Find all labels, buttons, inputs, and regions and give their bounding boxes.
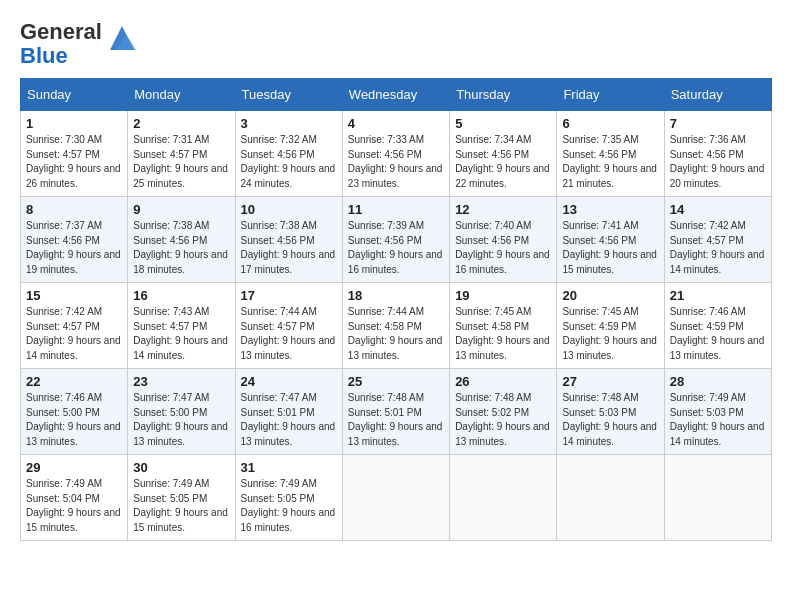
day-number: 24 [241, 374, 337, 389]
day-info: Sunrise: 7:33 AMSunset: 4:56 PMDaylight:… [348, 133, 444, 191]
calendar-cell: 18Sunrise: 7:44 AMSunset: 4:58 PMDayligh… [342, 283, 449, 369]
calendar-cell: 19Sunrise: 7:45 AMSunset: 4:58 PMDayligh… [450, 283, 557, 369]
day-info: Sunrise: 7:42 AMSunset: 4:57 PMDaylight:… [670, 219, 766, 277]
col-header-friday: Friday [557, 79, 664, 111]
day-number: 28 [670, 374, 766, 389]
day-number: 27 [562, 374, 658, 389]
day-number: 15 [26, 288, 122, 303]
day-info: Sunrise: 7:43 AMSunset: 4:57 PMDaylight:… [133, 305, 229, 363]
calendar-cell: 26Sunrise: 7:48 AMSunset: 5:02 PMDayligh… [450, 369, 557, 455]
calendar-cell: 31Sunrise: 7:49 AMSunset: 5:05 PMDayligh… [235, 455, 342, 541]
day-info: Sunrise: 7:49 AMSunset: 5:04 PMDaylight:… [26, 477, 122, 535]
logo-icon [106, 22, 138, 54]
calendar-cell: 28Sunrise: 7:49 AMSunset: 5:03 PMDayligh… [664, 369, 771, 455]
calendar-cell: 14Sunrise: 7:42 AMSunset: 4:57 PMDayligh… [664, 197, 771, 283]
calendar-cell: 3Sunrise: 7:32 AMSunset: 4:56 PMDaylight… [235, 111, 342, 197]
day-info: Sunrise: 7:39 AMSunset: 4:56 PMDaylight:… [348, 219, 444, 277]
day-number: 7 [670, 116, 766, 131]
calendar-cell: 25Sunrise: 7:48 AMSunset: 5:01 PMDayligh… [342, 369, 449, 455]
day-number: 21 [670, 288, 766, 303]
day-info: Sunrise: 7:40 AMSunset: 4:56 PMDaylight:… [455, 219, 551, 277]
day-number: 16 [133, 288, 229, 303]
day-info: Sunrise: 7:32 AMSunset: 4:56 PMDaylight:… [241, 133, 337, 191]
calendar-cell [342, 455, 449, 541]
calendar-week-row: 8Sunrise: 7:37 AMSunset: 4:56 PMDaylight… [21, 197, 772, 283]
day-number: 11 [348, 202, 444, 217]
day-info: Sunrise: 7:41 AMSunset: 4:56 PMDaylight:… [562, 219, 658, 277]
day-info: Sunrise: 7:46 AMSunset: 5:00 PMDaylight:… [26, 391, 122, 449]
calendar-cell: 6Sunrise: 7:35 AMSunset: 4:56 PMDaylight… [557, 111, 664, 197]
logo: General Blue [20, 20, 138, 68]
calendar-cell: 30Sunrise: 7:49 AMSunset: 5:05 PMDayligh… [128, 455, 235, 541]
calendar-cell: 12Sunrise: 7:40 AMSunset: 4:56 PMDayligh… [450, 197, 557, 283]
calendar-cell: 1Sunrise: 7:30 AMSunset: 4:57 PMDaylight… [21, 111, 128, 197]
day-info: Sunrise: 7:49 AMSunset: 5:05 PMDaylight:… [133, 477, 229, 535]
day-number: 10 [241, 202, 337, 217]
day-number: 30 [133, 460, 229, 475]
calendar-cell: 27Sunrise: 7:48 AMSunset: 5:03 PMDayligh… [557, 369, 664, 455]
day-info: Sunrise: 7:45 AMSunset: 4:58 PMDaylight:… [455, 305, 551, 363]
calendar-cell: 29Sunrise: 7:49 AMSunset: 5:04 PMDayligh… [21, 455, 128, 541]
logo-general: General [20, 19, 102, 44]
day-number: 14 [670, 202, 766, 217]
day-info: Sunrise: 7:34 AMSunset: 4:56 PMDaylight:… [455, 133, 551, 191]
calendar-cell: 4Sunrise: 7:33 AMSunset: 4:56 PMDaylight… [342, 111, 449, 197]
calendar-cell: 5Sunrise: 7:34 AMSunset: 4:56 PMDaylight… [450, 111, 557, 197]
calendar-cell: 22Sunrise: 7:46 AMSunset: 5:00 PMDayligh… [21, 369, 128, 455]
day-info: Sunrise: 7:47 AMSunset: 5:00 PMDaylight:… [133, 391, 229, 449]
calendar-week-row: 29Sunrise: 7:49 AMSunset: 5:04 PMDayligh… [21, 455, 772, 541]
day-info: Sunrise: 7:36 AMSunset: 4:56 PMDaylight:… [670, 133, 766, 191]
day-info: Sunrise: 7:30 AMSunset: 4:57 PMDaylight:… [26, 133, 122, 191]
col-header-sunday: Sunday [21, 79, 128, 111]
col-header-thursday: Thursday [450, 79, 557, 111]
logo-blue: Blue [20, 43, 68, 68]
calendar-cell [664, 455, 771, 541]
day-info: Sunrise: 7:38 AMSunset: 4:56 PMDaylight:… [133, 219, 229, 277]
calendar-cell: 10Sunrise: 7:38 AMSunset: 4:56 PMDayligh… [235, 197, 342, 283]
day-number: 12 [455, 202, 551, 217]
day-number: 20 [562, 288, 658, 303]
day-number: 17 [241, 288, 337, 303]
day-info: Sunrise: 7:48 AMSunset: 5:02 PMDaylight:… [455, 391, 551, 449]
calendar-header-row: SundayMondayTuesdayWednesdayThursdayFrid… [21, 79, 772, 111]
calendar-cell: 2Sunrise: 7:31 AMSunset: 4:57 PMDaylight… [128, 111, 235, 197]
col-header-wednesday: Wednesday [342, 79, 449, 111]
day-info: Sunrise: 7:35 AMSunset: 4:56 PMDaylight:… [562, 133, 658, 191]
day-info: Sunrise: 7:45 AMSunset: 4:59 PMDaylight:… [562, 305, 658, 363]
day-number: 9 [133, 202, 229, 217]
calendar-cell: 17Sunrise: 7:44 AMSunset: 4:57 PMDayligh… [235, 283, 342, 369]
day-number: 1 [26, 116, 122, 131]
calendar-week-row: 22Sunrise: 7:46 AMSunset: 5:00 PMDayligh… [21, 369, 772, 455]
calendar-cell [557, 455, 664, 541]
day-number: 2 [133, 116, 229, 131]
col-header-tuesday: Tuesday [235, 79, 342, 111]
day-info: Sunrise: 7:49 AMSunset: 5:05 PMDaylight:… [241, 477, 337, 535]
day-number: 26 [455, 374, 551, 389]
day-info: Sunrise: 7:31 AMSunset: 4:57 PMDaylight:… [133, 133, 229, 191]
day-info: Sunrise: 7:38 AMSunset: 4:56 PMDaylight:… [241, 219, 337, 277]
calendar-cell: 24Sunrise: 7:47 AMSunset: 5:01 PMDayligh… [235, 369, 342, 455]
day-number: 18 [348, 288, 444, 303]
day-number: 29 [26, 460, 122, 475]
calendar-cell: 13Sunrise: 7:41 AMSunset: 4:56 PMDayligh… [557, 197, 664, 283]
calendar-cell: 23Sunrise: 7:47 AMSunset: 5:00 PMDayligh… [128, 369, 235, 455]
calendar-cell: 11Sunrise: 7:39 AMSunset: 4:56 PMDayligh… [342, 197, 449, 283]
calendar-cell [450, 455, 557, 541]
calendar-cell: 15Sunrise: 7:42 AMSunset: 4:57 PMDayligh… [21, 283, 128, 369]
calendar-table: SundayMondayTuesdayWednesdayThursdayFrid… [20, 78, 772, 541]
calendar-cell: 7Sunrise: 7:36 AMSunset: 4:56 PMDaylight… [664, 111, 771, 197]
day-info: Sunrise: 7:49 AMSunset: 5:03 PMDaylight:… [670, 391, 766, 449]
day-number: 8 [26, 202, 122, 217]
calendar-cell: 9Sunrise: 7:38 AMSunset: 4:56 PMDaylight… [128, 197, 235, 283]
col-header-saturday: Saturday [664, 79, 771, 111]
day-number: 4 [348, 116, 444, 131]
day-number: 31 [241, 460, 337, 475]
day-info: Sunrise: 7:48 AMSunset: 5:03 PMDaylight:… [562, 391, 658, 449]
day-info: Sunrise: 7:42 AMSunset: 4:57 PMDaylight:… [26, 305, 122, 363]
calendar-cell: 20Sunrise: 7:45 AMSunset: 4:59 PMDayligh… [557, 283, 664, 369]
day-number: 22 [26, 374, 122, 389]
calendar-week-row: 15Sunrise: 7:42 AMSunset: 4:57 PMDayligh… [21, 283, 772, 369]
day-number: 3 [241, 116, 337, 131]
day-number: 25 [348, 374, 444, 389]
day-number: 23 [133, 374, 229, 389]
